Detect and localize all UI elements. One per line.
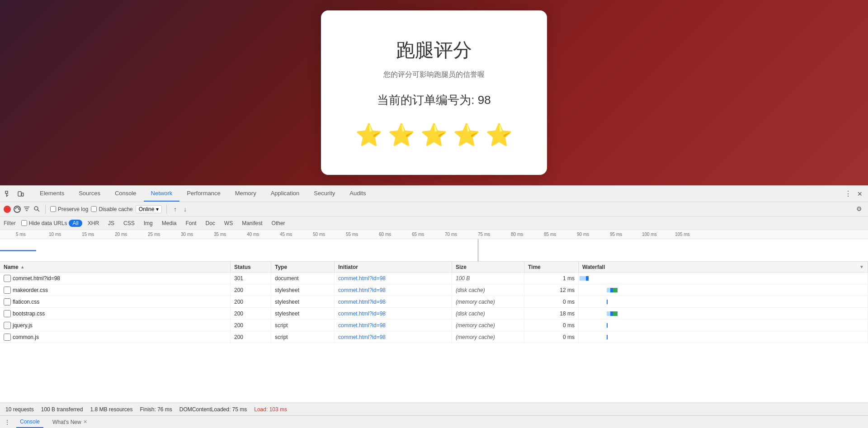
tick-25ms: 25 ms bbox=[148, 232, 160, 237]
star-rating[interactable]: ⭐ ⭐ ⭐ ⭐ ⭐ bbox=[357, 122, 511, 148]
star-4[interactable]: ⭐ bbox=[453, 122, 480, 148]
row-initiator[interactable]: commet.html?id=98 bbox=[335, 273, 452, 284]
timeline-area: 5 ms 10 ms 15 ms 20 ms 25 ms 30 ms 35 ms… bbox=[0, 230, 868, 262]
record-button[interactable] bbox=[4, 206, 11, 213]
row-checkbox[interactable] bbox=[4, 275, 11, 282]
search-icon[interactable] bbox=[33, 206, 41, 213]
table-row[interactable]: common.js 200 script commet.html?id=98 (… bbox=[0, 331, 868, 343]
card-title: 跑腿评分 bbox=[357, 38, 511, 63]
tick-105ms: 105 ms bbox=[675, 232, 690, 237]
header-name[interactable]: Name ▲ bbox=[0, 262, 231, 272]
row-name: makeorder.css bbox=[0, 284, 231, 296]
filter-xhr[interactable]: XHR bbox=[84, 220, 103, 227]
filter-img[interactable]: Img bbox=[140, 220, 156, 227]
tab-security[interactable]: Security bbox=[307, 186, 342, 202]
star-3[interactable]: ⭐ bbox=[420, 122, 448, 148]
row-checkbox[interactable] bbox=[4, 287, 11, 294]
header-time[interactable]: Time bbox=[524, 262, 579, 272]
row-checkbox[interactable] bbox=[4, 310, 11, 317]
network-settings-icon[interactable]: ⚙ bbox=[856, 205, 864, 213]
star-1[interactable]: ⭐ bbox=[355, 122, 382, 148]
row-status: 200 bbox=[231, 320, 271, 331]
card-order: 当前的订单编号为: 98 bbox=[357, 92, 511, 108]
table-row[interactable]: flaticon.css 200 stylesheet commet.html?… bbox=[0, 296, 868, 308]
tick-20ms: 20 ms bbox=[115, 232, 127, 237]
table-row[interactable]: bootstrap.css 200 stylesheet commet.html… bbox=[0, 308, 868, 320]
row-checkbox[interactable] bbox=[4, 322, 11, 329]
inspect-element-icon[interactable] bbox=[4, 189, 13, 198]
close-whats-new-icon[interactable]: ✕ bbox=[83, 419, 87, 425]
tab-elements[interactable]: Elements bbox=[33, 186, 71, 202]
row-initiator[interactable]: commet.html?id=98 bbox=[335, 320, 452, 331]
timeline-ruler: 5 ms 10 ms 15 ms 20 ms 25 ms 30 ms 35 ms… bbox=[0, 230, 868, 239]
row-type: stylesheet bbox=[271, 296, 335, 307]
tick-95ms: 95 ms bbox=[610, 232, 622, 237]
whats-new-tab[interactable]: What's New ✕ bbox=[49, 416, 91, 428]
row-initiator[interactable]: commet.html?id=98 bbox=[335, 308, 452, 319]
device-toolbar-icon[interactable] bbox=[16, 189, 25, 198]
preserve-log-label[interactable]: Preserve log bbox=[50, 206, 88, 212]
toolbar-separator-1 bbox=[45, 205, 46, 214]
svg-marker-5 bbox=[18, 208, 20, 210]
tab-network[interactable]: Network bbox=[144, 186, 180, 202]
filter-doc[interactable]: Doc bbox=[202, 220, 219, 227]
hide-data-urls-label[interactable]: Hide data URLs bbox=[21, 220, 67, 226]
filter-other[interactable]: Other bbox=[268, 220, 289, 227]
table-row[interactable]: jquery.js 200 script commet.html?id=98 (… bbox=[0, 320, 868, 331]
tab-sources[interactable]: Sources bbox=[71, 186, 108, 202]
row-initiator[interactable]: commet.html?id=98 bbox=[335, 296, 452, 307]
row-checkbox[interactable] bbox=[4, 298, 11, 306]
tab-audits[interactable]: Audits bbox=[342, 186, 373, 202]
row-waterfall bbox=[579, 331, 868, 343]
hide-data-urls-checkbox[interactable] bbox=[21, 220, 27, 226]
filter-media[interactable]: Media bbox=[158, 220, 180, 227]
filter-ws[interactable]: WS bbox=[221, 220, 236, 227]
filter-manifest[interactable]: Manifest bbox=[238, 220, 266, 227]
filter-js[interactable]: JS bbox=[104, 220, 118, 227]
throttle-select[interactable]: Online ▾ bbox=[136, 205, 162, 213]
filter-all[interactable]: All bbox=[69, 220, 82, 227]
header-initiator[interactable]: Initiator bbox=[335, 262, 452, 272]
tab-memory[interactable]: Memory bbox=[228, 186, 264, 202]
filter-icon[interactable] bbox=[24, 206, 31, 213]
disable-cache-checkbox[interactable] bbox=[91, 206, 97, 212]
disable-cache-label[interactable]: Disable cache bbox=[91, 206, 132, 212]
header-type[interactable]: Type bbox=[271, 262, 335, 272]
row-status: 301 bbox=[231, 273, 271, 284]
row-initiator[interactable]: commet.html?id=98 bbox=[335, 284, 452, 296]
tab-console[interactable]: Console bbox=[108, 186, 144, 202]
drawer-dots-icon[interactable]: ⋮ bbox=[4, 419, 11, 426]
row-initiator[interactable]: commet.html?id=98 bbox=[335, 331, 452, 343]
main-page: 跑腿评分 您的评分可影响跑腿员的信誉喔 当前的订单编号为: 98 ⭐ ⭐ ⭐ ⭐… bbox=[0, 0, 868, 185]
console-drawer-tab[interactable]: Console bbox=[16, 416, 43, 428]
table-row[interactable]: commet.html?id=98 301 document commet.ht… bbox=[0, 273, 868, 284]
table-body: commet.html?id=98 301 document commet.ht… bbox=[0, 273, 868, 403]
row-checkbox[interactable] bbox=[4, 334, 11, 341]
tick-45ms: 45 ms bbox=[280, 232, 292, 237]
tab-application[interactable]: Application bbox=[264, 186, 307, 202]
devtools-icons bbox=[4, 189, 25, 198]
tick-55ms: 55 ms bbox=[346, 232, 358, 237]
clear-button[interactable] bbox=[14, 206, 21, 213]
more-options-icon[interactable]: ⋮ bbox=[844, 189, 853, 198]
table-row[interactable]: makeorder.css 200 stylesheet commet.html… bbox=[0, 284, 868, 296]
tab-performance[interactable]: Performance bbox=[179, 186, 227, 202]
row-type: stylesheet bbox=[271, 284, 335, 296]
row-name: bootstrap.css bbox=[0, 308, 231, 319]
header-waterfall[interactable]: Waterfall ▼ bbox=[579, 262, 868, 272]
star-5[interactable]: ⭐ bbox=[486, 122, 513, 148]
close-devtools-icon[interactable]: ✕ bbox=[855, 189, 864, 198]
transferred-size: 100 B transferred bbox=[41, 406, 83, 413]
header-status[interactable]: Status bbox=[231, 262, 271, 272]
import-har-button[interactable]: ↑ bbox=[171, 206, 179, 213]
filter-font[interactable]: Font bbox=[182, 220, 200, 227]
export-har-button[interactable]: ↓ bbox=[181, 206, 189, 213]
tick-90ms: 90 ms bbox=[577, 232, 589, 237]
filter-css[interactable]: CSS bbox=[120, 220, 138, 227]
dom-content-loaded-line bbox=[478, 239, 478, 262]
preserve-log-checkbox[interactable] bbox=[50, 206, 56, 212]
devtools-actions: ⋮ ✕ bbox=[844, 189, 864, 198]
tick-40ms: 40 ms bbox=[247, 232, 259, 237]
star-2[interactable]: ⭐ bbox=[388, 122, 415, 148]
header-size[interactable]: Size bbox=[452, 262, 524, 272]
